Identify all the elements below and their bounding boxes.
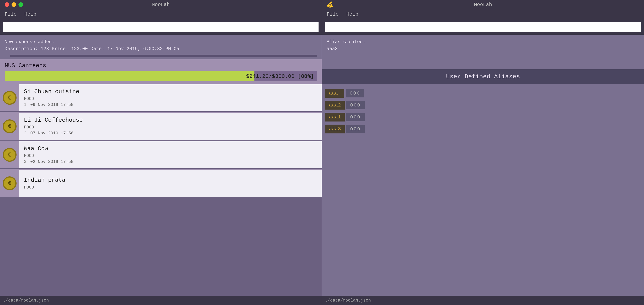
right-main-area bbox=[322, 193, 644, 296]
expense-index-2: 2 bbox=[24, 131, 26, 136]
right-menu-bar: File Help bbox=[322, 9, 644, 19]
expense-icon-area: € bbox=[0, 84, 19, 111]
table-row: € Indian prata FOOD bbox=[0, 170, 322, 197]
left-file-menu[interactable]: File bbox=[4, 11, 16, 17]
left-title-bar: MooLah bbox=[0, 0, 322, 9]
table-row: € Si Chuan cuisine FOOD 1 09 Nov 2019 17… bbox=[0, 84, 322, 111]
expense-meta-2: 2 07 Nov 2019 17:58 bbox=[24, 131, 317, 136]
expense-content-2: Li Ji Coffeehouse FOOD 2 07 Nov 2019 17:… bbox=[19, 113, 322, 140]
left-panel: MooLah File Help New expense added: Desc… bbox=[0, 0, 322, 305]
coin-icon: € bbox=[3, 91, 16, 105]
expense-date-3: 02 Nov 2019 17:58 bbox=[30, 159, 73, 164]
expense-name-2: Li Ji Coffeehouse bbox=[24, 117, 317, 123]
budget-section: NUS Canteens $241.20/$300.00 [80%] bbox=[0, 59, 322, 84]
right-status-text: ./data/moolah.json bbox=[325, 298, 371, 303]
coin-symbol-3: € bbox=[8, 151, 11, 158]
alias-badge-2: aaa2 bbox=[325, 101, 345, 110]
expense-date-2: 07 Nov 2019 17:58 bbox=[30, 131, 73, 136]
right-help-menu[interactable]: Help bbox=[346, 11, 358, 17]
right-panel: 💰 MooLah File Help Alias created: aaa3 U… bbox=[322, 0, 644, 305]
budget-bar-container: $241.20/$300.00 [80%] bbox=[4, 71, 317, 81]
expense-index-1: 1 bbox=[24, 102, 26, 107]
right-toolbar bbox=[322, 19, 644, 35]
left-progress-bar-fill bbox=[4, 55, 10, 57]
expense-index-3: 3 bbox=[24, 159, 26, 164]
left-menu-bar: File Help bbox=[0, 9, 322, 19]
coin-icon-4: € bbox=[3, 176, 16, 190]
expense-name-1: Si Chuan cuisine bbox=[24, 88, 317, 95]
alias-actions-3[interactable]: OOO bbox=[346, 113, 364, 121]
left-status-text: ./data/moolah.json bbox=[3, 298, 49, 303]
minimize-button[interactable] bbox=[12, 2, 16, 7]
table-row: € Waa Cow FOOD 3 02 Nov 2019 17:58 bbox=[0, 141, 322, 168]
expense-name-4: Indian prata bbox=[24, 177, 317, 183]
right-notification-bar: Alias created: aaa3 bbox=[322, 35, 644, 69]
expense-icon-area-2: € bbox=[0, 113, 19, 140]
close-button[interactable] bbox=[4, 2, 9, 7]
expense-name-3: Waa Cow bbox=[24, 145, 317, 152]
left-window-title: MooLah bbox=[152, 2, 170, 8]
coin-icon-3: € bbox=[3, 148, 16, 162]
expense-content-1: Si Chuan cuisine FOOD 1 09 Nov 2019 17:5… bbox=[19, 84, 322, 111]
alias-actions-2[interactable]: OOO bbox=[346, 101, 364, 109]
maximize-button[interactable] bbox=[18, 2, 23, 7]
left-help-menu[interactable]: Help bbox=[24, 11, 36, 17]
right-title-bar: 💰 MooLah bbox=[322, 0, 644, 9]
expense-category-3: FOOD bbox=[24, 153, 317, 158]
alias-badge-1: aaa bbox=[325, 89, 344, 98]
right-notification-line2: aaa3 bbox=[326, 46, 640, 52]
coin-symbol-2: € bbox=[8, 123, 11, 130]
budget-amount: $241.20/$300.00 bbox=[246, 73, 294, 79]
table-row: € Li Ji Coffeehouse FOOD 2 07 Nov 2019 1… bbox=[0, 113, 322, 140]
expense-content-3: Waa Cow FOOD 3 02 Nov 2019 17:58 bbox=[19, 141, 322, 168]
alias-actions-text-2: OOO bbox=[350, 103, 361, 108]
expense-list: € Si Chuan cuisine FOOD 1 09 Nov 2019 17… bbox=[0, 84, 322, 296]
alias-actions-1[interactable]: OOO bbox=[346, 89, 364, 97]
left-progress-bar-container bbox=[4, 55, 317, 57]
left-toolbar bbox=[0, 19, 322, 35]
alias-actions-text-3: OOO bbox=[350, 115, 361, 120]
coin-symbol-4: € bbox=[8, 180, 11, 187]
budget-percent: [80%] bbox=[298, 73, 314, 79]
right-notification-line1: Alias created: bbox=[326, 39, 640, 46]
alias-name-3: aaa1 bbox=[329, 114, 341, 120]
coin-symbol: € bbox=[8, 94, 11, 102]
alias-actions-text-4: OOO bbox=[350, 127, 361, 132]
right-file-menu[interactable]: File bbox=[326, 11, 338, 17]
budget-title: NUS Canteens bbox=[4, 62, 317, 69]
alias-badge-4: aaa3 bbox=[325, 125, 345, 133]
right-window-title: MooLah bbox=[474, 2, 492, 8]
window-controls bbox=[4, 2, 23, 7]
left-notification-bar: New expense added: Description: 123 Pric… bbox=[0, 35, 322, 59]
right-command-input[interactable] bbox=[325, 22, 641, 32]
left-command-input[interactable] bbox=[3, 22, 318, 32]
expense-content-4: Indian prata FOOD bbox=[19, 170, 322, 197]
left-notification-line2: Description: 123 Price: 123.00 Date: 17 … bbox=[4, 46, 317, 52]
expense-meta-1: 1 09 Nov 2019 17:58 bbox=[24, 102, 317, 107]
expense-icon-area-4: € bbox=[0, 170, 19, 197]
aliases-header-title: User Defined Aliases bbox=[326, 73, 640, 80]
aliases-list: aaa OOO aaa2 OOO aaa1 OOO aaa3 bbox=[322, 84, 644, 193]
aliases-header: User Defined Aliases bbox=[322, 69, 644, 84]
alias-name-4: aaa3 bbox=[329, 126, 341, 132]
list-item: aaa3 OOO bbox=[322, 123, 644, 135]
moolah-icon: 💰 bbox=[326, 1, 333, 8]
list-item: aaa1 OOO bbox=[322, 111, 644, 123]
alias-name-2: aaa2 bbox=[329, 102, 341, 108]
budget-bar-text: $241.20/$300.00 [80%] bbox=[4, 73, 317, 79]
expense-category-2: FOOD bbox=[24, 125, 317, 130]
expense-meta-3: 3 02 Nov 2019 17:58 bbox=[24, 159, 317, 164]
left-status-bar: ./data/moolah.json bbox=[0, 296, 322, 305]
expense-category-4: FOOD bbox=[24, 185, 317, 190]
alias-name-1: aaa bbox=[329, 90, 338, 96]
coin-icon-2: € bbox=[3, 119, 16, 133]
alias-actions-4[interactable]: OOO bbox=[346, 125, 364, 133]
alias-actions-text-1: OOO bbox=[350, 91, 360, 96]
list-item: aaa2 OOO bbox=[322, 99, 644, 111]
list-item: aaa OOO bbox=[322, 87, 644, 99]
expense-icon-area-3: € bbox=[0, 141, 19, 168]
expense-date-1: 09 Nov 2019 17:58 bbox=[30, 102, 73, 107]
expense-category-1: FOOD bbox=[24, 97, 317, 101]
alias-badge-3: aaa1 bbox=[325, 113, 345, 122]
left-notification-line1: New expense added: bbox=[4, 39, 317, 46]
